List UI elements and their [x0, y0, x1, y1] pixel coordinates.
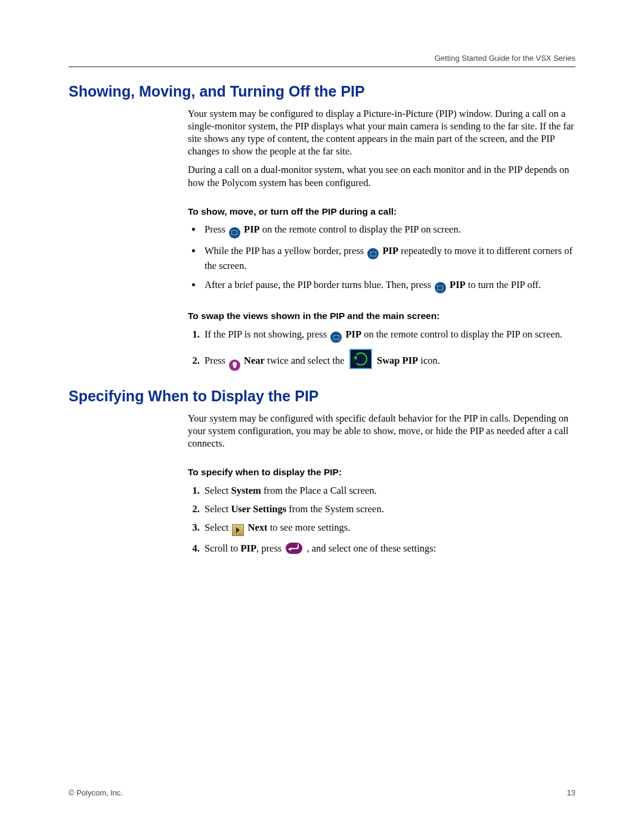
subhead-swap-views: To swap the views shown in the PIP and t…: [188, 310, 575, 322]
near-icon: [229, 360, 240, 371]
subhead-show-move: To show, move, or turn off the PIP durin…: [188, 206, 575, 218]
section-heading-pip: Showing, Moving, and Turning Off the PIP: [69, 83, 575, 100]
bullet-list-show-move: Press PIP on the remote control to displ…: [188, 223, 575, 293]
next-icon: [232, 524, 244, 536]
step-item: Scroll to PIP, press , and select one of…: [202, 542, 575, 555]
section-heading-specify: Specifying When to Display the PIP: [69, 388, 575, 405]
step-item: Press Near twice and select the Swap PIP…: [202, 349, 575, 371]
footer-copyright: © Polycom, Inc.: [69, 788, 123, 797]
header-rule: [69, 66, 575, 67]
subhead-specify: To specify when to display the PIP:: [188, 466, 575, 478]
pip-icon: [330, 332, 342, 343]
section1-para2: During a call on a dual-monitor system, …: [188, 163, 575, 188]
swap-pip-icon: [349, 349, 372, 369]
step-item: Select System from the Place a Call scre…: [202, 484, 575, 497]
section1-para1: Your system may be configured to display…: [188, 107, 575, 157]
step-item: Select Next to see more settings.: [202, 521, 575, 536]
page-number: 13: [567, 788, 575, 797]
pip-icon: [229, 227, 240, 239]
step-item: If the PIP is not showing, press PIP on …: [202, 328, 575, 343]
step-list-swap: If the PIP is not showing, press PIP on …: [188, 328, 575, 371]
section2-para1: Your system may be configured with speci…: [188, 412, 575, 450]
bullet-item: After a brief pause, the PIP border turn…: [202, 278, 575, 294]
page-footer: © Polycom, Inc. 13: [69, 788, 575, 797]
pip-icon: [435, 282, 446, 293]
section1-body: Your system may be configured to display…: [188, 107, 575, 371]
pip-icon: [367, 248, 379, 259]
running-header: Getting Started Guide for the VSX Series: [69, 54, 575, 63]
step-list-specify: Select System from the Place a Call scre…: [188, 484, 575, 555]
document-page: Getting Started Guide for the VSX Series…: [0, 0, 644, 833]
bullet-item: Press PIP on the remote control to displ…: [202, 223, 575, 239]
bullet-item: While the PIP has a yellow border, press…: [202, 244, 575, 272]
step-item: Select User Settings from the System scr…: [202, 503, 575, 515]
section2-body: Your system may be configured with speci…: [188, 412, 575, 555]
enter-icon: [286, 543, 302, 554]
